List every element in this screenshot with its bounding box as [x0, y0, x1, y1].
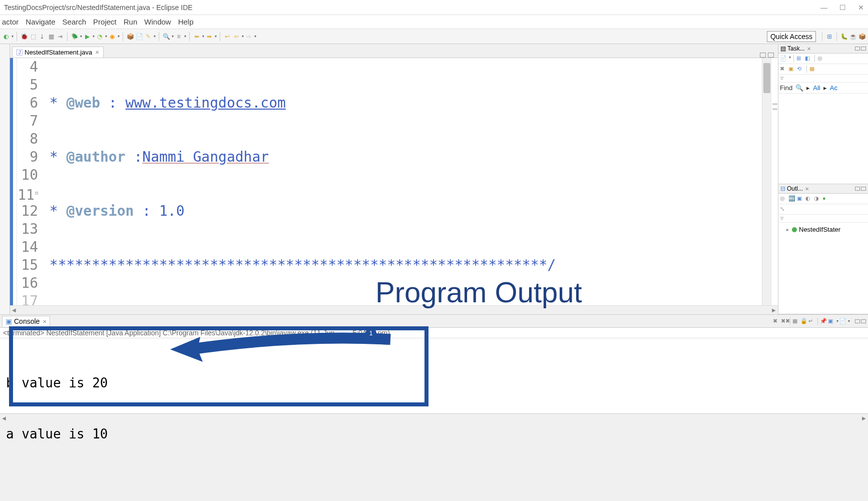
window-close-button[interactable]: ✕ — [858, 4, 864, 12]
menu-run[interactable]: Run — [124, 18, 138, 26]
back-icon[interactable]: ⬅ — [193, 33, 201, 41]
outline-hide-nonpublic-icon[interactable]: ◑ — [814, 195, 821, 202]
tasks-minimize-icon[interactable] — [855, 47, 860, 51]
menu-actor[interactable]: actor — [2, 18, 19, 26]
console-open-icon[interactable]: 📄 — [839, 318, 846, 325]
new-package-icon[interactable]: 📦 — [126, 33, 134, 41]
menu-help[interactable]: Help — [178, 18, 194, 26]
new-icon[interactable]: ◐ — [2, 33, 10, 41]
task-list-icon: ▤ — [780, 45, 786, 52]
search-toolbar-icon[interactable]: 🔍 — [162, 33, 170, 41]
main-toolbar: ◐▾ 🐞 ⬚ ⤓ ▦ ⇥ 🪲▾ ▶▾ ◔▾ ◉▾ 📦 📄 ✎▾ 🔍▾ ≡▾ ⬅▾… — [0, 29, 868, 44]
menu-navigate[interactable]: Navigate — [26, 18, 55, 26]
tasks-close-icon[interactable]: ✕ — [807, 46, 811, 52]
tasks-all-link[interactable]: All — [813, 84, 820, 92]
editor-tab-bar: 🇯 NestedIfStatement.java ✕ — [10, 44, 778, 58]
task-sync-icon[interactable]: ⟲ — [797, 66, 804, 73]
debug-icon[interactable]: 🐞 — [20, 33, 28, 41]
hscroll-right-icon[interactable]: ▶ — [770, 307, 778, 313]
step-icon[interactable]: ⇥ — [56, 33, 64, 41]
console-tab[interactable]: ▣ Console ✕ — [2, 316, 50, 326]
editor-minimize-icon[interactable] — [760, 53, 766, 58]
task-new-icon[interactable]: 📄 — [780, 55, 787, 62]
window-maximize-button[interactable]: ☐ — [839, 4, 846, 12]
forward-icon[interactable]: ➡ — [205, 33, 213, 41]
new-type-icon[interactable]: ✎ — [144, 33, 152, 41]
skip-icon[interactable]: ⤓ — [38, 33, 46, 41]
stop-icon[interactable]: ▦ — [47, 33, 55, 41]
menu-search[interactable]: Search — [63, 18, 87, 26]
new-class-icon[interactable]: 📄 — [135, 33, 143, 41]
console-output[interactable]: b value is 20 a value is 10 — [0, 338, 868, 478]
task-presentation-icon[interactable]: ▦ — [809, 66, 816, 73]
outline-sort-icon[interactable]: 🔤 — [788, 195, 795, 202]
outline-item-class[interactable]: ▸ NestedIfStater — [780, 225, 866, 234]
console-pin-icon[interactable]: 📌 — [820, 318, 827, 325]
menu-bar: actor Navigate Search Project Run Window… — [0, 15, 868, 29]
quick-access-input[interactable]: Quick Access — [767, 31, 816, 42]
task-hierarchy-icon[interactable]: ⊞ — [796, 55, 803, 62]
toggle-icon[interactable]: ⬚ — [29, 33, 37, 41]
tasks-maximize-icon[interactable] — [861, 47, 866, 51]
perspective-open-icon[interactable]: ⊞ — [825, 33, 833, 41]
left-view-strip[interactable] — [0, 44, 10, 314]
outline-focus-icon[interactable]: ◎ — [780, 195, 787, 202]
perspective-debug-icon[interactable]: 🐛 — [840, 33, 848, 41]
hscroll-left-icon[interactable]: ◀ — [10, 307, 18, 313]
editor-horizontal-scrollbar[interactable]: ◀ ▶ — [10, 305, 778, 314]
console-clear-icon[interactable]: ▦ — [792, 318, 799, 325]
task-category-icon[interactable]: ◧ — [805, 55, 812, 62]
outline-view-tab[interactable]: ⊟Outl... — [780, 185, 803, 192]
task-focus-icon[interactable]: ◎ — [817, 55, 824, 62]
outline-link-icon[interactable]: ⤡ — [780, 206, 787, 213]
debug-run-icon[interactable]: 🪲 — [71, 33, 79, 41]
outline-hide-local-icon[interactable]: ● — [822, 195, 829, 202]
menu-window[interactable]: Window — [144, 18, 171, 26]
last-edit-icon[interactable]: ↩ — [223, 33, 231, 41]
java-file-icon: 🇯 — [17, 49, 23, 56]
outline-icon: ⊟ — [780, 185, 785, 192]
run-icon[interactable]: ▶ — [83, 33, 91, 41]
console-remove-all-icon[interactable]: ✖✖ — [781, 318, 788, 325]
window-minimize-button[interactable]: — — [820, 4, 827, 12]
editor-tab-nestedifstatement[interactable]: 🇯 NestedIfStatement.java ✕ — [12, 47, 104, 58]
outline-close-icon[interactable]: ✕ — [805, 186, 809, 192]
outline-hide-static-icon[interactable]: ◐ — [805, 195, 812, 202]
annotation-badge: 1 — [365, 328, 376, 339]
tasks-view-tab[interactable]: ▤Task... — [780, 45, 805, 52]
outline-hide-fields-icon[interactable]: ▣ — [797, 195, 804, 202]
outline-maximize-icon[interactable] — [861, 187, 866, 191]
line-numbers: 4 5 6 7 8 9 10 11⊟ 12 13 14 15 16 17 — [17, 58, 41, 305]
outline-view-menu-icon[interactable]: ▽ — [780, 216, 783, 221]
editor-tab-close-icon[interactable]: ✕ — [95, 50, 99, 55]
expand-icon[interactable]: ▸ — [786, 227, 789, 232]
task-view-menu-icon[interactable]: ▽ — [780, 76, 783, 81]
editor-vertical-scrollbar[interactable] — [762, 58, 771, 305]
nav-back-icon[interactable]: ⇦ — [232, 33, 240, 41]
task-toolbar-icon[interactable]: ≡ — [175, 33, 183, 41]
code-editor[interactable]: * @web : www.testingdocs.com * @author :… — [41, 58, 762, 305]
task-filter-icon[interactable]: ✖ — [780, 66, 787, 73]
nav-forward-icon[interactable]: ⇨ — [245, 33, 253, 41]
perspective-more-icon[interactable]: 📦 — [858, 33, 866, 41]
menu-project[interactable]: Project — [93, 18, 117, 26]
tasks-ac-link[interactable]: Ac — [830, 84, 837, 92]
coverage-icon[interactable]: ◔ — [96, 33, 104, 41]
console-close-icon[interactable]: ✕ — [43, 319, 47, 324]
editor-tab-filename: NestedIfStatement.java — [25, 49, 92, 56]
external-icon[interactable]: ◉ — [108, 33, 116, 41]
console-maximize-icon[interactable] — [861, 319, 866, 323]
console-word-wrap-icon[interactable]: ↵ — [808, 318, 815, 325]
console-scroll-lock-icon[interactable]: 🔒 — [800, 318, 807, 325]
editor-maximize-icon[interactable] — [768, 53, 774, 58]
editor-gutter[interactable] — [10, 58, 17, 305]
task-collapse-icon[interactable]: ▣ — [788, 66, 795, 73]
console-terminate-icon[interactable]: ✖ — [773, 318, 780, 325]
editor-overview-ruler[interactable] — [771, 58, 778, 305]
console-display-icon[interactable]: ▣ — [828, 318, 835, 325]
perspective-java-icon[interactable]: ☕ — [849, 33, 857, 41]
tasks-find-label[interactable]: Find — [780, 84, 792, 92]
editor-zone: 🇯 NestedIfStatement.java ✕ 4 5 6 7 8 9 1… — [10, 44, 778, 314]
outline-minimize-icon[interactable] — [855, 187, 860, 191]
console-minimize-icon[interactable] — [855, 319, 860, 323]
